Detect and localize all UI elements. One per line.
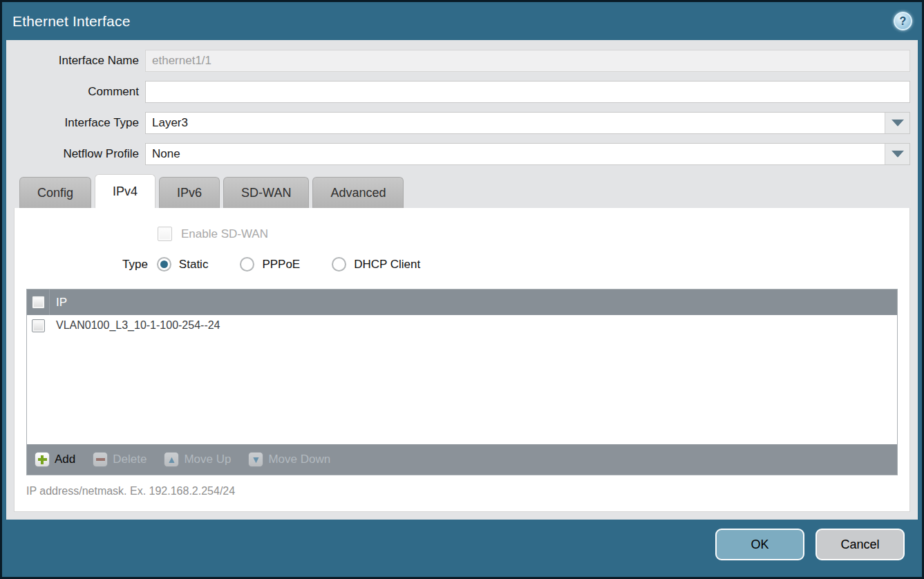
minus-icon	[93, 452, 108, 467]
tab-sdwan[interactable]: SD-WAN	[223, 177, 309, 208]
interface-type-dropdown[interactable]: Layer3	[145, 112, 910, 134]
ip-table-header: IP	[27, 290, 897, 315]
ok-button[interactable]: OK	[715, 529, 804, 560]
radio-pppoe-label: PPPoE	[262, 258, 300, 272]
netflow-profile-label: Netflow Profile	[14, 147, 145, 161]
table-row[interactable]: VLAN0100_L3_10-1-100-254--24	[27, 315, 897, 336]
interface-type-label: Interface Type	[14, 116, 145, 130]
ethernet-interface-dialog: Ethernet Interface ? Interface Name Comm…	[0, 0, 924, 579]
interface-name-label: Interface Name	[14, 54, 145, 68]
interface-name-input	[145, 50, 910, 72]
netflow-profile-row: Netflow Profile None	[14, 143, 910, 165]
chevron-down-icon	[892, 151, 904, 158]
comment-input[interactable]	[145, 81, 910, 103]
netflow-profile-dropdown[interactable]: None	[145, 143, 910, 165]
dialog-footer: OK Cancel	[2, 520, 922, 577]
enable-sdwan-label: Enable SD-WAN	[181, 227, 268, 241]
enable-sdwan-row: Enable SD-WAN	[158, 208, 909, 241]
ip-helper-text: IP address/netmask. Ex. 192.168.2.254/24	[26, 485, 909, 497]
ip-table: IP VLAN0100_L3_10-1-100-254--24 Add	[26, 289, 898, 475]
row-checkbox-cell	[27, 315, 50, 336]
select-all-cell	[27, 290, 50, 315]
move-up-button[interactable]: ▲ Move Up	[164, 452, 231, 467]
tab-ipv4[interactable]: IPv4	[95, 174, 155, 208]
comment-row: Comment	[14, 81, 910, 103]
tab-ipv6[interactable]: IPv6	[159, 177, 220, 208]
arrow-down-icon: ▼	[248, 452, 263, 467]
table-empty-area	[27, 336, 897, 444]
interface-type-dropdown-button[interactable]	[885, 113, 909, 133]
radio-dhcp-client-label: DHCP Client	[354, 258, 420, 272]
ip-row-value: VLAN0100_L3_10-1-100-254--24	[50, 319, 220, 332]
table-toolbar: Add Delete ▲ Move Up ▼ Move Down	[27, 444, 897, 475]
type-row: Type Static PPPoE DHCP Client	[122, 257, 909, 272]
tab-config[interactable]: Config	[19, 177, 91, 208]
enable-sdwan-checkbox[interactable]	[158, 227, 172, 241]
radio-pppoe[interactable]	[240, 257, 254, 272]
tab-strip: Config IPv4 IPv6 SD-WAN Advanced	[14, 174, 910, 208]
interface-type-value: Layer3	[152, 116, 188, 130]
arrow-up-icon: ▲	[164, 452, 179, 467]
radio-static-label: Static	[179, 258, 209, 272]
select-all-checkbox[interactable]	[32, 296, 45, 309]
netflow-profile-value: None	[152, 147, 180, 161]
cancel-button[interactable]: Cancel	[815, 529, 905, 560]
dialog-title: Ethernet Interface	[12, 13, 131, 30]
row-checkbox[interactable]	[32, 319, 45, 332]
radio-static[interactable]	[157, 257, 171, 272]
type-label: Type	[122, 258, 148, 272]
dialog-titlebar: Ethernet Interface ?	[2, 2, 922, 40]
tab-advanced[interactable]: Advanced	[312, 177, 404, 208]
interface-name-row: Interface Name	[14, 50, 910, 72]
plus-icon	[35, 452, 50, 467]
add-button[interactable]: Add	[35, 452, 75, 467]
ip-column-header: IP	[50, 296, 67, 310]
ipv4-tab-panel: Enable SD-WAN Type Static PPPoE DHCP Cli…	[14, 208, 910, 512]
move-down-button[interactable]: ▼ Move Down	[248, 452, 330, 467]
help-icon[interactable]: ?	[894, 12, 912, 30]
delete-button[interactable]: Delete	[93, 452, 147, 467]
dialog-body: Interface Name Comment Interface Type La…	[6, 40, 918, 520]
netflow-profile-dropdown-button[interactable]	[885, 144, 909, 164]
comment-label: Comment	[14, 85, 145, 99]
interface-type-row: Interface Type Layer3	[14, 112, 910, 134]
chevron-down-icon	[892, 120, 904, 126]
radio-dhcp-client[interactable]	[332, 257, 346, 272]
